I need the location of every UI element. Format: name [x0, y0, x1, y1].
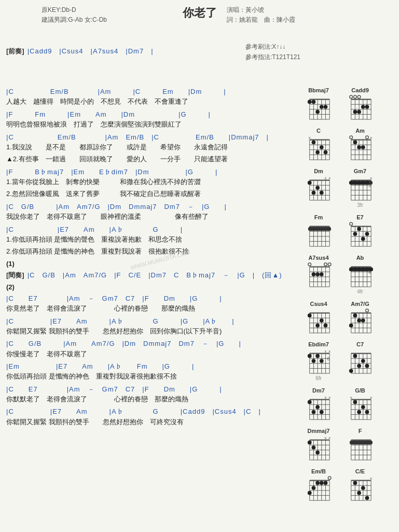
lyric-line: ▲2.有些事 一錯過 回頭就晚了 愛的人 一分手 只能遙望著 — [6, 154, 295, 164]
chord-name: C — [317, 128, 321, 134]
svg-text:x: x — [328, 176, 331, 180]
lyric-line: 你低頭再抬頭 是懺悔的神色 重複對我說著很抱歉很不捨 — [6, 371, 295, 382]
svg-point-27 — [361, 105, 365, 109]
section-block: |C Em/B |Am |C Em |Dm |人越大 越懂得 時間是小的 不想見… — [6, 87, 295, 107]
chord-diagram: F — [341, 428, 379, 462]
lyric-line: 2.你低頭再抬頭 是懺悔的神色 重複對我說著 很抱歉很不捨 — [6, 246, 295, 257]
svg-point-229 — [357, 364, 361, 368]
lyric-line: 你竟然老了 老得會流淚了 心裡的眷戀 那麼的熾熱 — [6, 303, 295, 314]
chord-name: C/E — [355, 468, 365, 474]
svg-point-29 — [353, 110, 357, 114]
lyric-line: 你鬆開又握緊 我顫抖的雙手 忽然好想抱你 回到你胸口(以下升半音) — [6, 326, 295, 337]
svg-point-165 — [365, 268, 369, 272]
svg-point-325 — [365, 496, 369, 500]
svg-point-129 — [361, 237, 365, 241]
svg-point-98 — [353, 181, 357, 185]
chord-diagram: G/Bxx — [341, 387, 379, 422]
section-chords: |C G/B |Am Am7/G |F C/E |Dm7 C B♭maj7 － … — [27, 271, 282, 280]
chord-grid: x — [347, 475, 373, 502]
svg-point-81 — [320, 191, 324, 195]
svg-point-64 — [350, 136, 353, 139]
chord-grid: x — [306, 135, 332, 162]
svg-point-195 — [361, 318, 365, 323]
ref-section: 參考刷法:X↑↓↓ 參考指法:T121T121 — [245, 41, 300, 63]
chord-grid: xx — [306, 435, 332, 462]
svg-point-62 — [357, 145, 361, 149]
chord-diagram: Amx — [341, 128, 379, 162]
svg-point-193 — [353, 314, 357, 318]
chord-pair: Em/BC/Ex — [299, 468, 393, 502]
chord-name: Dmmaj7 — [308, 428, 330, 434]
svg-text:x: x — [370, 476, 372, 481]
svg-point-164 — [361, 268, 365, 272]
svg-point-128 — [365, 232, 369, 236]
svg-point-13 — [320, 105, 324, 109]
svg-point-147 — [328, 263, 331, 266]
section-label: (2) — [6, 283, 295, 291]
svg-point-211 — [315, 354, 320, 358]
chord-line: |C Em/B |Am Em/B |C Em/B |Dmmaj7 | — [6, 133, 295, 142]
svg-point-279 — [315, 451, 320, 455]
svg-point-210 — [308, 354, 312, 358]
svg-point-322 — [353, 481, 357, 485]
svg-point-212 — [312, 359, 316, 363]
chord-name: Ebdim7 — [308, 341, 329, 347]
svg-text:x: x — [325, 395, 327, 400]
svg-point-14 — [324, 105, 328, 109]
chord-pair: CxAmx — [299, 128, 393, 162]
chord-diagram: Fm — [299, 214, 338, 248]
section-block: |C G/B |Am Am7/G |Dm Dmmaj7 Dm7 － |G |我說… — [6, 202, 295, 222]
chord-grid — [347, 221, 373, 248]
chord-grid: xx — [347, 395, 373, 422]
chord-diagram: Dm7xx — [299, 387, 338, 422]
lyric-line: 明明也曾狠狠地被浪 打過了 怎麼演個堅強演到雙眼紅了 — [6, 119, 295, 130]
chord-grid — [306, 262, 332, 289]
chord-grid: xx — [306, 175, 332, 202]
chord-line: |Em |E7 Am |A♭ Fm |G | — [6, 362, 295, 371]
svg-point-227 — [353, 354, 357, 358]
chord-name: Dm — [314, 168, 323, 174]
svg-point-146 — [324, 263, 327, 266]
section-block: |C |E7 Am |A♭ G |1.你低頭再抬頭 是懺悔的聲色 重複說著抱歉 … — [6, 225, 295, 257]
section-block: |F B♭maj7 |Em E♭dim7 |Dm |G |1.當年你從我臉上 剝… — [6, 167, 295, 199]
chord-diagram: Ebdim76xx6fr — [299, 341, 338, 381]
chord-name: Fm — [314, 214, 323, 220]
chord-line: |C G/B |Am Am7/G |Dm Dmmaj7 Dm7 － |G | — [6, 202, 295, 212]
section-block: |C G/B |Am Am7/G |Dm Dmmaj7 Dm7 － |G |你慢… — [6, 339, 295, 359]
chord-diagram: C7 — [341, 341, 379, 381]
svg-point-310 — [328, 477, 331, 480]
chord-diagram: E7 — [341, 214, 379, 248]
svg-point-99 — [357, 181, 361, 185]
svg-point-30 — [357, 110, 361, 114]
chord-grid — [347, 435, 373, 462]
svg-point-263 — [365, 410, 369, 414]
svg-point-65 — [366, 136, 369, 139]
chord-grid: 3x — [347, 175, 373, 202]
key-label: 原KEY:Db-D — [42, 5, 107, 15]
svg-point-308 — [312, 486, 316, 490]
svg-text:x: x — [370, 176, 372, 180]
chord-fret-label: 3fr — [357, 202, 363, 208]
svg-text:x: x — [325, 436, 327, 440]
chord-fret-label: 6fr — [315, 375, 322, 381]
finger-ref: 參考指法:T121T121 — [245, 52, 300, 62]
section-label: [間奏] — [6, 271, 24, 280]
svg-point-305 — [315, 481, 320, 485]
page: 原KEY:Db-D 建議男調:G-Ab 女:C-Db 你老了 演唱：黃小琥 詞：… — [0, 0, 399, 512]
svg-point-196 — [349, 324, 353, 328]
chord-name: Dm7 — [312, 387, 325, 394]
svg-point-61 — [353, 141, 357, 145]
svg-point-261 — [361, 405, 365, 409]
chord-name: Am — [355, 128, 365, 134]
chord-name: E7 — [356, 214, 363, 220]
meta-right: 演唱：黃小琥 詞：姚若龍 曲：陳小霞 — [227, 5, 295, 25]
svg-point-130 — [350, 222, 353, 226]
svg-point-178 — [308, 314, 312, 318]
chord-pair: Dm7xxG/Bxx — [299, 387, 393, 422]
chord-diagram: Dmmaj7xx — [299, 428, 338, 462]
chord-line: |C E7 |Am － Gm7 C7 |F Dm |G | — [6, 385, 295, 394]
chord-name: G/B — [355, 387, 365, 394]
svg-point-231 — [349, 369, 353, 373]
chord-diagram: Em/B — [299, 468, 338, 502]
svg-point-307 — [324, 481, 328, 485]
